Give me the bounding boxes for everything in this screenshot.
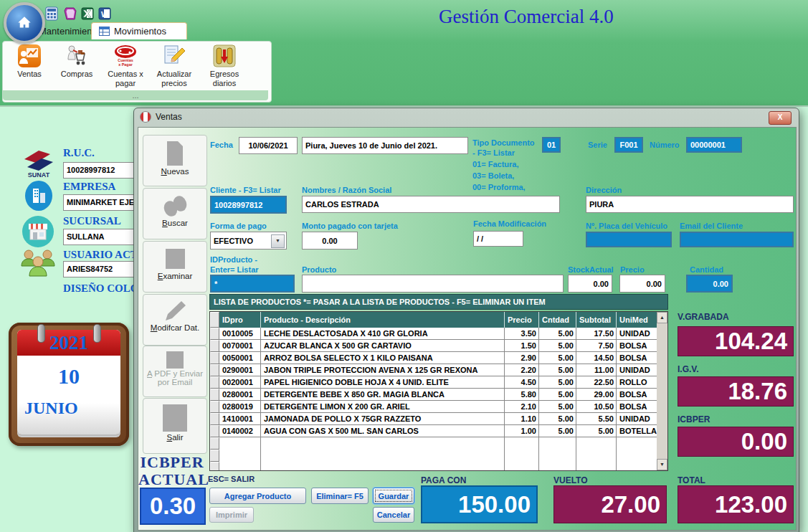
idproducto-label: IDProducto - xyxy=(210,255,257,264)
cancelar-button[interactable]: Cancelar xyxy=(373,507,414,523)
tipodoc-field[interactable]: 01 xyxy=(542,137,561,153)
ribbon-button-compras[interactable]: Compras xyxy=(53,44,100,79)
row-selector[interactable] xyxy=(210,401,219,413)
cantidad-field[interactable]: 0.00 xyxy=(686,275,733,293)
placa-field[interactable] xyxy=(586,232,672,247)
table-row[interactable]: 0280019DETERGENTE LIMON X 200 GR. ARIEL2… xyxy=(210,401,667,413)
calendar-month: JUNIO xyxy=(24,399,78,418)
nombres-field[interactable]: CARLOS ESTRADA xyxy=(302,196,560,213)
sucursal-field[interactable]: SULLANA xyxy=(63,229,138,245)
eliminar-button[interactable]: Eliminar= F5 xyxy=(311,488,369,504)
row-selector[interactable] xyxy=(210,376,219,389)
scroll-up-icon[interactable]: ▲ xyxy=(657,312,667,323)
nav-button-pdf-email[interactable]: A PDF y Enviar por Email xyxy=(143,346,207,397)
calendar-year-band: 2021 xyxy=(17,330,120,356)
vertical-scrollbar[interactable]: ▲ ▼ xyxy=(657,312,667,470)
table-row[interactable]: 1410001JAMONADA DE POLLO X 75GR RAZZETO1… xyxy=(210,413,667,425)
idproducto-field[interactable]: * xyxy=(210,275,295,293)
fecha-field[interactable]: 10/06/2021 xyxy=(239,137,298,154)
row-selector[interactable] xyxy=(210,425,219,437)
cell-subtotal: 7.50 xyxy=(576,340,617,352)
doc-type-2: 03= Boleta, xyxy=(472,171,514,180)
paga-con-value[interactable]: 150.00 xyxy=(421,485,538,523)
home-button[interactable] xyxy=(4,2,45,44)
fechamod-field[interactable]: / / xyxy=(473,231,523,247)
window-titlebar[interactable]: Ventas xyxy=(134,108,799,125)
cell-precio: 2.20 xyxy=(505,364,539,376)
row-selector[interactable] xyxy=(210,462,219,471)
nav-button-buscar[interactable]: Buscar xyxy=(143,188,207,239)
row-selector[interactable] xyxy=(210,352,219,364)
stock-field[interactable]: 0.00 xyxy=(568,275,612,293)
chevron-down-icon[interactable]: ▼ xyxy=(271,234,285,248)
window-client: Nuevas Buscar Examinar Modifcar Dat. A P… xyxy=(138,127,797,531)
ribbon-button-cuentas-x-pagar[interactable]: Cuentasx Pagar Cuentas x pagar xyxy=(102,44,149,88)
excel-icon[interactable] xyxy=(80,6,95,21)
monto-field[interactable]: 0.00 xyxy=(302,232,358,250)
usuario-field[interactable]: ARIES84752 xyxy=(63,261,138,277)
cell-cntdad xyxy=(539,462,576,471)
numero-field[interactable]: 00000001 xyxy=(686,137,742,153)
formapago-select[interactable]: EFECTIVO ▼ xyxy=(210,232,287,250)
col-precio[interactable]: Precio xyxy=(505,312,539,328)
cell-subtotal xyxy=(576,437,617,450)
app-title: Gestión Comercial 4.0 xyxy=(439,6,614,28)
cell-unimed: BOTELLA xyxy=(617,425,658,437)
row-selector[interactable] xyxy=(210,413,219,425)
empresa-field[interactable]: MINIMARKET EJEMP xyxy=(63,194,138,211)
row-selector[interactable] xyxy=(210,437,219,450)
scroll-down-icon[interactable]: ▼ xyxy=(657,459,667,470)
table-row xyxy=(210,462,667,471)
sunat-logo-icon: SUNAT xyxy=(20,148,57,178)
email-field[interactable] xyxy=(680,232,794,247)
ruc-field[interactable]: 10028997812 xyxy=(63,162,138,179)
col-subtotal[interactable]: Subtotal xyxy=(576,312,617,328)
ribbon-button-ventas[interactable]: Ventas xyxy=(6,44,53,79)
col-idpro[interactable]: IDpro xyxy=(219,312,261,328)
calendar-page: 2021 10 JUNIO xyxy=(17,330,120,434)
row-selector[interactable] xyxy=(210,389,219,401)
col-unimed[interactable]: UniMed xyxy=(617,312,658,328)
ribbon-button-egresos-diarios[interactable]: Egresos diarios xyxy=(201,44,248,88)
nav-button-modificar[interactable]: Modifcar Dat. xyxy=(143,294,207,346)
nombres-label: Nombres / Razón Social xyxy=(302,186,391,194)
calculator-icon[interactable] xyxy=(44,6,59,21)
word-icon[interactable]: W xyxy=(98,6,112,21)
nav-button-nuevas[interactable]: Nuevas xyxy=(143,135,207,186)
svg-text:SUNAT: SUNAT xyxy=(28,171,50,178)
table-row[interactable]: 0290001JABON TRIPLE PROTECCION AVENA X 1… xyxy=(210,364,667,376)
notebook-icon[interactable] xyxy=(63,6,77,21)
agregar-producto-button[interactable]: Agregar Producto xyxy=(209,488,306,504)
table-row[interactable]: 0050001ARROZ BOLSA SELECTO X 1 KILO PAIS… xyxy=(210,352,667,364)
cell-cntdad: 5.00 xyxy=(539,376,576,389)
ribbon-button-actualizar-precios[interactable]: Actualizar precios xyxy=(151,44,198,88)
fecha-texto-field[interactable]: Piura, Jueves 10 de Junio del 2021. xyxy=(302,137,468,154)
cliente-field[interactable]: 10028997812 xyxy=(210,196,287,214)
col-cntdad[interactable]: Cntdad xyxy=(539,312,576,328)
cell-unimed: BOLSA xyxy=(617,401,658,413)
total-value: 123.00 xyxy=(678,485,794,523)
table-row[interactable]: 0010005LECHE DESLACTOSADA X 410 GR GLORI… xyxy=(210,328,667,340)
nav-button-salir[interactable]: Salir xyxy=(143,398,207,454)
close-button[interactable]: X xyxy=(769,111,792,125)
row-selector[interactable] xyxy=(210,450,219,462)
guardar-button[interactable]: Guardar xyxy=(373,488,414,504)
row-selector[interactable] xyxy=(210,364,219,376)
row-selector[interactable] xyxy=(210,340,219,352)
cell-cntdad: 5.00 xyxy=(539,328,576,340)
table-row[interactable]: 0020001PAPEL HIGIENICO DOBLE HOJA X 4 UN… xyxy=(210,376,667,389)
serie-field[interactable]: F001 xyxy=(614,137,643,153)
table-row[interactable]: 0280001DETERGENTE BEBE X 850 GR. MAGIA B… xyxy=(210,389,667,401)
direccion-field[interactable]: PIURA xyxy=(586,196,794,213)
producto-field[interactable] xyxy=(302,275,564,293)
table-row[interactable]: 0140002AGUA CON GAS X 500 ML. SAN CARLOS… xyxy=(210,425,667,437)
table-row[interactable]: 0070001AZUCAR BLANCA X 500 GR CARTAVIO1.… xyxy=(210,340,667,352)
imprimir-button[interactable]: Imprimir xyxy=(209,507,254,523)
nav-button-examinar[interactable]: Examinar xyxy=(143,241,207,293)
producto-label: Producto xyxy=(302,265,336,274)
tab-movimientos[interactable]: Movimientos xyxy=(91,22,187,39)
row-selector[interactable] xyxy=(210,328,219,340)
document-icon xyxy=(162,140,188,167)
precio-field[interactable]: 0.00 xyxy=(619,275,665,293)
col-descripcion[interactable]: Producto - Descripción xyxy=(261,312,505,328)
